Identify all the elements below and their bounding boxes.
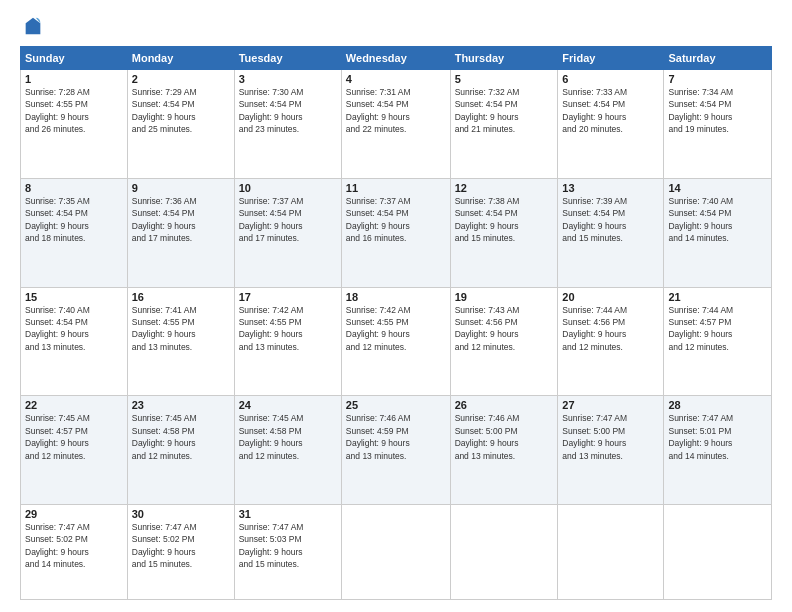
day-number: 29 xyxy=(25,508,123,520)
day-info: Sunrise: 7:38 AMSunset: 4:54 PMDaylight:… xyxy=(455,196,520,243)
day-number: 3 xyxy=(239,73,337,85)
day-info: Sunrise: 7:31 AMSunset: 4:54 PMDaylight:… xyxy=(346,87,411,134)
calendar-cell: 15 Sunrise: 7:40 AMSunset: 4:54 PMDaylig… xyxy=(21,287,128,396)
day-info: Sunrise: 7:33 AMSunset: 4:54 PMDaylight:… xyxy=(562,87,627,134)
calendar-cell xyxy=(450,505,558,600)
calendar-table: SundayMondayTuesdayWednesdayThursdayFrid… xyxy=(20,46,772,600)
day-info: Sunrise: 7:40 AMSunset: 4:54 PMDaylight:… xyxy=(668,196,733,243)
day-info: Sunrise: 7:29 AMSunset: 4:54 PMDaylight:… xyxy=(132,87,197,134)
calendar-cell: 10 Sunrise: 7:37 AMSunset: 4:54 PMDaylig… xyxy=(234,178,341,287)
header xyxy=(20,16,772,38)
calendar-cell xyxy=(341,505,450,600)
day-info: Sunrise: 7:42 AMSunset: 4:55 PMDaylight:… xyxy=(346,305,411,352)
day-number: 26 xyxy=(455,399,554,411)
day-info: Sunrise: 7:39 AMSunset: 4:54 PMDaylight:… xyxy=(562,196,627,243)
calendar-cell: 18 Sunrise: 7:42 AMSunset: 4:55 PMDaylig… xyxy=(341,287,450,396)
calendar-cell: 9 Sunrise: 7:36 AMSunset: 4:54 PMDayligh… xyxy=(127,178,234,287)
calendar-cell: 31 Sunrise: 7:47 AMSunset: 5:03 PMDaylig… xyxy=(234,505,341,600)
calendar-cell: 2 Sunrise: 7:29 AMSunset: 4:54 PMDayligh… xyxy=(127,70,234,179)
calendar-cell: 12 Sunrise: 7:38 AMSunset: 4:54 PMDaylig… xyxy=(450,178,558,287)
weekday-header: Wednesday xyxy=(341,47,450,70)
logo xyxy=(20,16,44,38)
weekday-header: Thursday xyxy=(450,47,558,70)
day-info: Sunrise: 7:37 AMSunset: 4:54 PMDaylight:… xyxy=(239,196,304,243)
calendar-cell: 16 Sunrise: 7:41 AMSunset: 4:55 PMDaylig… xyxy=(127,287,234,396)
day-info: Sunrise: 7:36 AMSunset: 4:54 PMDaylight:… xyxy=(132,196,197,243)
day-info: Sunrise: 7:47 AMSunset: 5:00 PMDaylight:… xyxy=(562,413,627,460)
day-number: 7 xyxy=(668,73,767,85)
day-number: 21 xyxy=(668,291,767,303)
day-info: Sunrise: 7:30 AMSunset: 4:54 PMDaylight:… xyxy=(239,87,304,134)
day-number: 19 xyxy=(455,291,554,303)
day-info: Sunrise: 7:45 AMSunset: 4:57 PMDaylight:… xyxy=(25,413,90,460)
day-info: Sunrise: 7:45 AMSunset: 4:58 PMDaylight:… xyxy=(132,413,197,460)
calendar-cell: 7 Sunrise: 7:34 AMSunset: 4:54 PMDayligh… xyxy=(664,70,772,179)
day-info: Sunrise: 7:47 AMSunset: 5:01 PMDaylight:… xyxy=(668,413,733,460)
day-info: Sunrise: 7:44 AMSunset: 4:57 PMDaylight:… xyxy=(668,305,733,352)
weekday-header: Saturday xyxy=(664,47,772,70)
day-number: 4 xyxy=(346,73,446,85)
day-number: 9 xyxy=(132,182,230,194)
calendar-cell: 1 Sunrise: 7:28 AMSunset: 4:55 PMDayligh… xyxy=(21,70,128,179)
day-info: Sunrise: 7:46 AMSunset: 4:59 PMDaylight:… xyxy=(346,413,411,460)
day-number: 14 xyxy=(668,182,767,194)
calendar-cell xyxy=(664,505,772,600)
calendar-cell: 22 Sunrise: 7:45 AMSunset: 4:57 PMDaylig… xyxy=(21,396,128,505)
calendar-cell: 8 Sunrise: 7:35 AMSunset: 4:54 PMDayligh… xyxy=(21,178,128,287)
day-info: Sunrise: 7:43 AMSunset: 4:56 PMDaylight:… xyxy=(455,305,520,352)
calendar-cell: 11 Sunrise: 7:37 AMSunset: 4:54 PMDaylig… xyxy=(341,178,450,287)
weekday-header: Tuesday xyxy=(234,47,341,70)
calendar-cell: 21 Sunrise: 7:44 AMSunset: 4:57 PMDaylig… xyxy=(664,287,772,396)
day-info: Sunrise: 7:32 AMSunset: 4:54 PMDaylight:… xyxy=(455,87,520,134)
day-number: 1 xyxy=(25,73,123,85)
day-info: Sunrise: 7:47 AMSunset: 5:02 PMDaylight:… xyxy=(25,522,90,569)
day-info: Sunrise: 7:28 AMSunset: 4:55 PMDaylight:… xyxy=(25,87,90,134)
calendar-cell: 26 Sunrise: 7:46 AMSunset: 5:00 PMDaylig… xyxy=(450,396,558,505)
calendar-cell: 19 Sunrise: 7:43 AMSunset: 4:56 PMDaylig… xyxy=(450,287,558,396)
day-number: 31 xyxy=(239,508,337,520)
calendar-cell: 13 Sunrise: 7:39 AMSunset: 4:54 PMDaylig… xyxy=(558,178,664,287)
calendar-cell: 3 Sunrise: 7:30 AMSunset: 4:54 PMDayligh… xyxy=(234,70,341,179)
day-info: Sunrise: 7:44 AMSunset: 4:56 PMDaylight:… xyxy=(562,305,627,352)
calendar-cell: 23 Sunrise: 7:45 AMSunset: 4:58 PMDaylig… xyxy=(127,396,234,505)
day-number: 28 xyxy=(668,399,767,411)
calendar-cell: 30 Sunrise: 7:47 AMSunset: 5:02 PMDaylig… xyxy=(127,505,234,600)
day-number: 2 xyxy=(132,73,230,85)
day-number: 22 xyxy=(25,399,123,411)
calendar-cell xyxy=(558,505,664,600)
day-info: Sunrise: 7:41 AMSunset: 4:55 PMDaylight:… xyxy=(132,305,197,352)
weekday-header: Friday xyxy=(558,47,664,70)
calendar-cell: 4 Sunrise: 7:31 AMSunset: 4:54 PMDayligh… xyxy=(341,70,450,179)
day-number: 18 xyxy=(346,291,446,303)
day-info: Sunrise: 7:37 AMSunset: 4:54 PMDaylight:… xyxy=(346,196,411,243)
day-number: 25 xyxy=(346,399,446,411)
day-number: 27 xyxy=(562,399,659,411)
day-info: Sunrise: 7:34 AMSunset: 4:54 PMDaylight:… xyxy=(668,87,733,134)
day-number: 16 xyxy=(132,291,230,303)
day-number: 10 xyxy=(239,182,337,194)
day-number: 30 xyxy=(132,508,230,520)
day-info: Sunrise: 7:35 AMSunset: 4:54 PMDaylight:… xyxy=(25,196,90,243)
calendar-cell: 29 Sunrise: 7:47 AMSunset: 5:02 PMDaylig… xyxy=(21,505,128,600)
day-info: Sunrise: 7:47 AMSunset: 5:03 PMDaylight:… xyxy=(239,522,304,569)
weekday-header: Sunday xyxy=(21,47,128,70)
day-number: 17 xyxy=(239,291,337,303)
day-number: 20 xyxy=(562,291,659,303)
day-info: Sunrise: 7:40 AMSunset: 4:54 PMDaylight:… xyxy=(25,305,90,352)
day-number: 8 xyxy=(25,182,123,194)
day-number: 12 xyxy=(455,182,554,194)
weekday-header: Monday xyxy=(127,47,234,70)
day-number: 6 xyxy=(562,73,659,85)
logo-icon xyxy=(22,16,44,38)
day-info: Sunrise: 7:46 AMSunset: 5:00 PMDaylight:… xyxy=(455,413,520,460)
day-number: 11 xyxy=(346,182,446,194)
calendar-cell: 5 Sunrise: 7:32 AMSunset: 4:54 PMDayligh… xyxy=(450,70,558,179)
calendar-cell: 27 Sunrise: 7:47 AMSunset: 5:00 PMDaylig… xyxy=(558,396,664,505)
calendar-cell: 25 Sunrise: 7:46 AMSunset: 4:59 PMDaylig… xyxy=(341,396,450,505)
calendar-cell: 20 Sunrise: 7:44 AMSunset: 4:56 PMDaylig… xyxy=(558,287,664,396)
calendar-cell: 17 Sunrise: 7:42 AMSunset: 4:55 PMDaylig… xyxy=(234,287,341,396)
day-info: Sunrise: 7:45 AMSunset: 4:58 PMDaylight:… xyxy=(239,413,304,460)
day-number: 5 xyxy=(455,73,554,85)
page: SundayMondayTuesdayWednesdayThursdayFrid… xyxy=(0,0,792,612)
calendar-cell: 14 Sunrise: 7:40 AMSunset: 4:54 PMDaylig… xyxy=(664,178,772,287)
